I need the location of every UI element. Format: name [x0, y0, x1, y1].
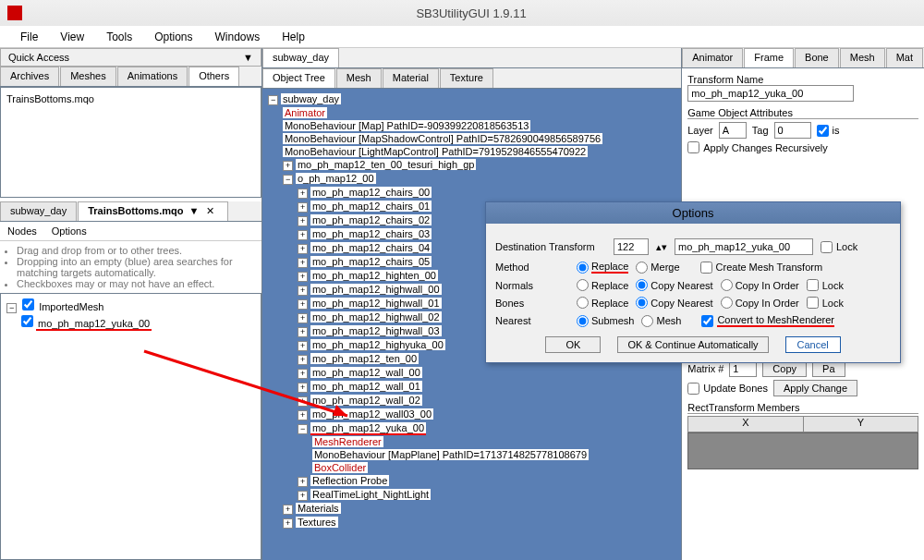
tree-node[interactable]: −mo_ph_map12_yuka_00 [296, 421, 677, 435]
spinner-icon[interactable]: ▴▾ [656, 241, 667, 253]
tag-input[interactable] [774, 122, 811, 139]
menu-windows[interactable]: Windows [204, 30, 272, 43]
tab-others[interactable]: Others [188, 67, 239, 86]
apply-changes-button[interactable]: Apply Change [773, 380, 857, 396]
menu-options[interactable]: Options [143, 30, 203, 43]
tree-node[interactable]: +Textures [281, 516, 677, 530]
apply-recursive-checkbox[interactable] [687, 141, 699, 153]
tab-mesh[interactable]: Mesh [336, 68, 382, 88]
merge-radio[interactable] [636, 262, 648, 274]
expand-icon[interactable]: + [298, 369, 308, 379]
node-checkbox[interactable] [22, 298, 34, 310]
n-copynearest-radio[interactable] [636, 279, 648, 291]
tree-node-boxcollider[interactable]: BoxCollider [310, 461, 677, 474]
submesh-radio[interactable] [577, 315, 589, 327]
node-checkbox[interactable] [21, 315, 33, 327]
cancel-button[interactable]: Cancel [785, 336, 841, 353]
expand-icon[interactable]: + [298, 355, 308, 365]
b-lock-checkbox[interactable] [807, 297, 819, 309]
create-mesh-checkbox[interactable] [700, 262, 712, 274]
tab-mesh-r[interactable]: Mesh [840, 48, 885, 67]
expand-icon[interactable]: + [298, 230, 308, 240]
menu-file[interactable]: File [9, 30, 49, 43]
expand-icon[interactable]: + [298, 189, 308, 199]
expand-icon[interactable]: + [298, 327, 308, 337]
n-replace-radio[interactable] [577, 279, 589, 291]
expand-icon[interactable]: + [298, 286, 308, 296]
expand-icon[interactable]: + [298, 299, 308, 310]
tree-node[interactable]: −subway_day [266, 92, 677, 106]
expand-icon[interactable]: + [298, 272, 308, 282]
update-bones-checkbox[interactable] [687, 383, 699, 395]
tree-node[interactable]: +RealTimeLight_NightLight [296, 488, 677, 502]
quick-access-header[interactable]: Quick Access ▼ [0, 48, 261, 67]
n-lock-checkbox[interactable] [807, 279, 819, 291]
b-copyorder-radio[interactable] [721, 297, 733, 309]
close-icon[interactable]: ✕ [202, 205, 218, 216]
tree-node-animator[interactable]: Animator [281, 106, 677, 119]
transform-name-input[interactable] [687, 85, 854, 102]
tab-meshes[interactable]: Meshes [60, 67, 116, 86]
tree-node-child[interactable]: mo_ph_map12_yuka_00 [19, 314, 257, 330]
expand-icon[interactable]: + [298, 410, 308, 420]
chevron-down-icon[interactable]: ▼ [243, 52, 253, 63]
tree-node-meshrenderer[interactable]: MeshRenderer [310, 435, 677, 448]
expand-icon[interactable]: + [298, 396, 308, 407]
menu-view[interactable]: View [49, 30, 95, 43]
submenu-options[interactable]: Options [52, 225, 87, 237]
tree-node[interactable]: MonoBehaviour [LightMapControl] PathID=7… [281, 145, 677, 158]
menu-tools[interactable]: Tools [95, 30, 143, 43]
tree-node[interactable]: +mo_ph_map12_wall_01 [296, 380, 677, 394]
doc-tab-trains[interactable]: TrainsBottoms.mqo ▼ ✕ [78, 201, 227, 221]
tree-node[interactable]: +mo_ph_map12_wall_02 [296, 394, 677, 408]
dest-name-input[interactable] [675, 238, 813, 255]
ok-button[interactable]: OK [545, 336, 601, 353]
tab-frame[interactable]: Frame [744, 48, 794, 67]
expand-icon[interactable]: + [298, 244, 308, 254]
tree-node[interactable]: +mo_ph_map12_ten_00_tesuri_high_gp [281, 158, 677, 172]
b-copynearest-radio[interactable] [636, 297, 648, 309]
convert-checkbox[interactable] [701, 315, 713, 327]
tab-animations[interactable]: Animations [117, 67, 188, 86]
tree-node[interactable]: MonoBehaviour [MapShadowControl] PathID=… [281, 132, 677, 145]
tree-node[interactable]: −o_ph_map12_00 [281, 172, 677, 186]
expand-icon[interactable]: + [298, 313, 308, 323]
doc-tab-subway[interactable]: subway_day [0, 201, 77, 221]
tab-texture[interactable]: Texture [440, 68, 493, 88]
tab-material[interactable]: Material [383, 68, 439, 88]
tree-node[interactable]: MonoBehaviour [Map] PathID=-909399220818… [281, 119, 677, 132]
expand-icon[interactable]: + [298, 341, 308, 351]
tree-node[interactable]: +mo_ph_map12_wall03_00 [296, 408, 677, 421]
menu-help[interactable]: Help [271, 30, 316, 43]
tree-node[interactable]: +Reflection Probe [296, 474, 677, 488]
pin-icon[interactable]: ▼ [189, 205, 200, 216]
submenu-nodes[interactable]: Nodes [7, 225, 37, 237]
expand-icon[interactable]: + [298, 202, 308, 213]
expand-icon[interactable]: + [298, 216, 308, 226]
mesh-radio[interactable] [641, 315, 653, 327]
replace-radio[interactable] [577, 262, 589, 274]
collapse-icon[interactable]: − [6, 303, 17, 313]
tab-animator[interactable]: Animator [682, 48, 743, 67]
tree-node[interactable]: MonoBehaviour [MapPlane] PathID=17137148… [310, 448, 677, 461]
file-item[interactable]: TrainsBottoms.mqo [5, 91, 257, 106]
tab-object-tree[interactable]: Object Tree [262, 68, 335, 88]
n-copyorder-radio[interactable] [721, 279, 733, 291]
doc-tab-subway-mid[interactable]: subway_day [262, 48, 339, 67]
tab-mat[interactable]: Mat [886, 48, 923, 67]
tab-archives[interactable]: Archives [0, 67, 59, 86]
layer-input[interactable] [719, 122, 747, 139]
tree-node[interactable]: +mo_ph_map12_wall_00 [296, 366, 677, 380]
tree-node-root[interactable]: − ImportedMesh [5, 298, 257, 314]
dest-num-input[interactable] [614, 238, 649, 255]
expand-icon[interactable]: − [298, 424, 308, 434]
expand-icon[interactable]: + [298, 383, 308, 393]
ok-continue-button[interactable]: OK & Continue Automatically [617, 336, 768, 353]
tree-node[interactable]: +mo_ph_map12_chairs_00 [296, 186, 677, 200]
tree-node[interactable]: +Materials [281, 502, 677, 516]
tab-bone[interactable]: Bone [795, 48, 839, 67]
lock-checkbox[interactable] [821, 241, 833, 253]
b-replace-radio[interactable] [577, 297, 589, 309]
is-checkbox[interactable] [817, 125, 829, 137]
expand-icon[interactable]: + [298, 258, 308, 268]
